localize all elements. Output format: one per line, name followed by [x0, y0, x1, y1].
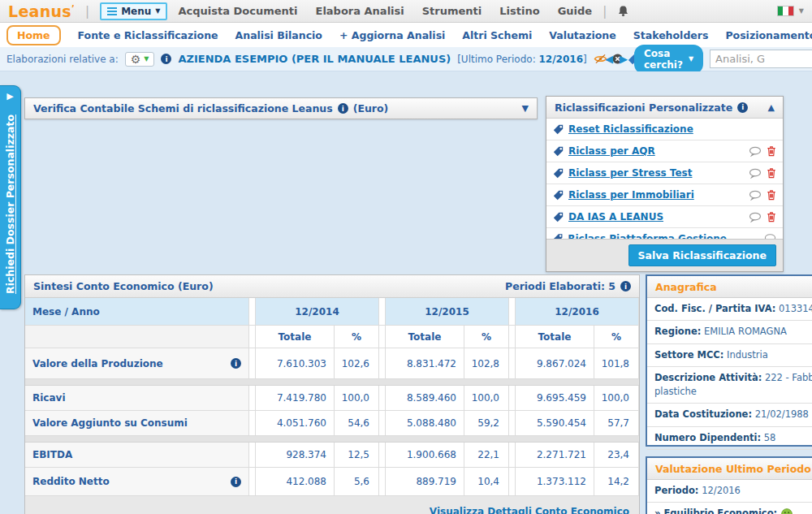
cell-pct: 100,0: [594, 386, 639, 411]
field-regione: Regione: EMILIA ROMAGNA: [647, 321, 812, 343]
tab-valutazione[interactable]: Valutazione: [549, 29, 616, 41]
periodi-elaborati-label: Periodi Elaborati: 5: [505, 280, 615, 292]
sintesi-header: Sintesi Conto Economico (Euro) Periodi E…: [25, 275, 639, 298]
info-icon[interactable]: i: [338, 103, 348, 114]
comment-icon[interactable]: [749, 146, 762, 157]
cell-total: 7.610.303: [256, 348, 335, 379]
valutazione-panel: Valutazione Ultimo Periodo Periodo: 12/2…: [646, 456, 812, 514]
trash-icon[interactable]: [767, 211, 776, 222]
riclass-aqr-link[interactable]: Riclass per AQR: [568, 145, 655, 157]
cell-pct: 101,8: [594, 348, 639, 379]
leanus-logo[interactable]: Leanus’: [8, 2, 75, 20]
expand-chevron-icon[interactable]: ▼: [522, 103, 529, 114]
chevron-down-icon[interactable]: ▼: [799, 7, 804, 15]
column-header-year: 12/2015: [386, 298, 509, 326]
collapse-chevron-icon[interactable]: ▲: [768, 102, 775, 113]
info-icon[interactable]: i: [231, 477, 241, 487]
verifica-title: Verifica Contabile Schemi di riclassific…: [33, 102, 333, 114]
cell-total: 928.374: [256, 443, 335, 468]
subcol-totale: Totale: [386, 326, 464, 348]
divider: |: [603, 4, 607, 19]
table-row-label: Valore Aggiunto su Consumi: [25, 411, 249, 436]
info-icon[interactable]: i: [620, 281, 631, 292]
trash-icon[interactable]: [767, 189, 776, 201]
cell-pct: 5,6: [335, 468, 379, 496]
info-icon[interactable]: i: [161, 54, 171, 64]
riclass-clipped-link[interactable]: Riclass Piattaforma Gestione Crediti: [568, 233, 754, 239]
tab-stakeholders[interactable]: Stakeholders: [633, 29, 709, 41]
menu-button[interactable]: Menu ▼: [100, 2, 167, 20]
top-nav: Acquista Documenti Elabora Analisi Strum…: [178, 5, 592, 17]
topnav-elabora-analisi[interactable]: Elabora Analisi: [316, 5, 404, 17]
list-item-partially-visible: Riclass Piattaforma Gestione Crediti: [546, 228, 783, 239]
comment-icon[interactable]: [749, 212, 762, 222]
cell-total: 2.271.721: [516, 443, 594, 468]
topnav-guide[interactable]: Guide: [558, 5, 593, 17]
column-header-year: 12/2016: [516, 298, 639, 326]
field-periodo: Periodo: 12/2016: [647, 480, 812, 503]
cell-total: 9.695.459: [516, 386, 594, 411]
da-ias-a-leanus-link[interactable]: DA IAS A LEANUS: [568, 211, 663, 222]
trash-icon[interactable]: [767, 145, 776, 157]
valutazione-header: Valutazione Ultimo Periodo: [647, 458, 812, 480]
comment-icon[interactable]: [764, 233, 776, 239]
list-item: Riclass per AQR: [546, 140, 783, 162]
riclass-stress-test-link[interactable]: Riclass per Stress Test: [568, 167, 692, 179]
richiedi-dossier-label: Richiedi Dossier Personalizzato: [0, 107, 20, 302]
subcol-totale: Totale: [516, 326, 594, 348]
group-separator: [25, 436, 639, 443]
main-nav: Home Fonte e Riclassificazione Analisi B…: [0, 23, 812, 47]
info-icon[interactable]: i: [231, 358, 241, 369]
tab-home[interactable]: Home: [6, 25, 61, 45]
info-icon[interactable]: i: [737, 102, 748, 113]
tab-altri-schemi[interactable]: Altri Schemi: [462, 29, 532, 41]
play-icon: ▶: [0, 91, 20, 102]
table-row-label: Reddito Netto i: [25, 468, 249, 496]
tab-analisi-bilancio[interactable]: Analisi Bilancio: [235, 29, 322, 41]
sintesi-conto-economico-panel: Sintesi Conto Economico (Euro) Periodi E…: [24, 274, 640, 514]
field-cod-fisc: Cod. Fisc. / Partita IVA: 013314601: [647, 298, 812, 321]
visualizza-dettagli-link[interactable]: Visualizza Dettagli Conto Economico: [430, 506, 629, 514]
tab-fonte-e-riclassificazione[interactable]: Fonte e Riclassificazione: [78, 29, 218, 41]
field-data-costituzione: Data Costituzione: 21/02/1988: [647, 404, 812, 426]
reset-riclassificazione-link[interactable]: Reset Riclassificazione: [568, 123, 693, 135]
list-item: Riclass per Immobiliari: [546, 184, 783, 206]
prev-arrow-icon[interactable]: ◀: [605, 53, 613, 65]
company-name-link[interactable]: AZIENDA ESEMPIO (PER IL MANUALE LEANUS): [178, 53, 451, 65]
topnav-acquista-documenti[interactable]: Acquista Documenti: [178, 5, 297, 17]
list-item: Riclass per Stress Test: [546, 162, 783, 184]
topnav-listino[interactable]: Listino: [499, 5, 539, 17]
cell-pct: 10,4: [464, 468, 509, 496]
riclass-immobiliari-link[interactable]: Riclass per Immobiliari: [568, 189, 694, 201]
company-settings-button[interactable]: ⚙ ▼: [125, 52, 155, 67]
salva-riclassificazione-button[interactable]: Salva Riclassificazione: [628, 244, 777, 266]
topnav-strumenti[interactable]: Strumenti: [422, 5, 482, 17]
cell-pct: 12,5: [335, 443, 379, 468]
cell-total: 8.589.460: [386, 386, 464, 411]
last-period-label: [Ultimo Periodo: 12/2016]: [457, 54, 587, 65]
language-flag-italy[interactable]: [777, 6, 794, 16]
cell-pct: 22,1: [464, 443, 509, 468]
hamburger-icon: [107, 7, 117, 15]
trash-icon[interactable]: [767, 167, 776, 179]
search-input[interactable]: [710, 50, 812, 68]
cosa-cerchi-button[interactable]: Cosa cerchi? ▼: [634, 45, 703, 74]
richiedi-dossier-tab[interactable]: ▶ Richiedi Dossier Personalizzato: [0, 85, 21, 309]
cell-total: 9.867.024: [516, 348, 594, 379]
field-numero-dipendenti: Numero Dipendenti: 58: [647, 427, 812, 450]
next-arrow-icon[interactable]: ▶: [620, 53, 628, 65]
comment-icon[interactable]: [749, 168, 762, 179]
comment-icon[interactable]: [749, 190, 762, 201]
verifica-contabile-panel-header[interactable]: Verifica Contabile Schemi di riclassific…: [24, 97, 538, 119]
field-equilibrio-economico: » Equilibrio Economico:: [647, 503, 812, 514]
cell-total: 889.719: [386, 468, 464, 496]
chevron-down-icon: ▼: [689, 55, 693, 63]
table-row-label: EBITDA: [25, 443, 249, 468]
cell-total: 5.088.480: [386, 411, 464, 436]
notifications-bell-icon[interactable]: [617, 5, 629, 17]
divider: |: [85, 4, 89, 19]
tab-posizionamento-competitivo[interactable]: Posizionamento Competitivo: [725, 29, 812, 41]
table-row-label: Valore della Produzione i: [25, 348, 249, 379]
cell-pct: 57,7: [594, 411, 639, 436]
tab-aggiorna-analisi[interactable]: + Aggiorna Analisi: [339, 29, 445, 41]
